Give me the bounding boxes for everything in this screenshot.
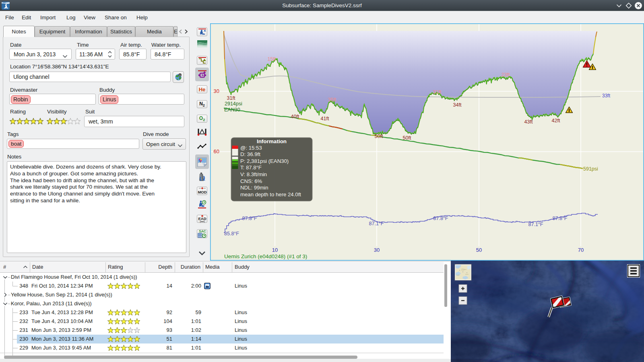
svg-text:23ft: 23ft: [502, 72, 510, 78]
svg-text:41ft: 41ft: [321, 116, 329, 121]
svg-text:50ft: 50ft: [375, 134, 383, 139]
svg-text:87.1°F: 87.1°F: [369, 221, 384, 226]
svg-text:85.8°F: 85.8°F: [224, 231, 239, 237]
svg-text:mean depth to here 24.0ft: mean depth to here 24.0ft: [240, 191, 301, 197]
svg-text:31ft: 31ft: [227, 95, 235, 101]
svg-text:EAN30: EAN30: [224, 107, 240, 113]
svg-text:P: 2,381psi (EAN30): P: 2,381psi (EAN30): [240, 158, 289, 164]
svg-text:D: 36.9ft: D: 36.9ft: [240, 151, 260, 157]
svg-text:NDL: 99min: NDL: 99min: [240, 185, 268, 191]
svg-text:T: 87.8°F: T: 87.8°F: [240, 165, 262, 171]
svg-text:10: 10: [272, 247, 278, 253]
svg-text:SAC: SAC: [199, 229, 206, 233]
svg-text:MOD: MOD: [198, 190, 206, 194]
svg-text:Information: Information: [257, 138, 287, 144]
svg-text:40ft: 40ft: [291, 114, 299, 119]
svg-text:87.8°F: 87.8°F: [433, 216, 448, 221]
svg-text:33ft: 33ft: [602, 93, 611, 99]
svg-text:CNS: 6%: CNS: 6%: [240, 178, 262, 184]
svg-text:15ft: 15ft: [268, 56, 276, 62]
svg-text:31ft: 31ft: [433, 89, 442, 95]
svg-text:34ft: 34ft: [453, 102, 462, 108]
svg-text:50ft: 50ft: [403, 135, 411, 141]
svg-text:43ft: 43ft: [524, 119, 533, 125]
svg-text:30: 30: [374, 247, 380, 253]
svg-text:@: 15:53: @: 15:53: [240, 145, 262, 151]
svg-text:591psi: 591psi: [583, 166, 598, 172]
svg-text:Uemis Zurich (e04d0248) (#1 of: Uemis Zurich (e04d0248) (#1 of 3): [224, 253, 307, 259]
svg-text:35ft: 35ft: [328, 97, 336, 103]
svg-text:50: 50: [476, 247, 482, 253]
svg-text:87.1°F: 87.1°F: [528, 222, 543, 227]
svg-text:87.8°F: 87.8°F: [242, 216, 257, 221]
svg-text:70: 70: [578, 247, 584, 253]
svg-text:42ft: 42ft: [552, 118, 560, 123]
svg-text:(•••): (•••): [200, 220, 204, 223]
svg-text:87.8°F: 87.8°F: [553, 216, 568, 221]
svg-text:2914psi: 2914psi: [225, 101, 242, 107]
svg-text:V: 8.3ft/min: V: 8.3ft/min: [240, 171, 267, 177]
svg-text:60: 60: [214, 148, 219, 154]
svg-text:30: 30: [214, 88, 219, 94]
